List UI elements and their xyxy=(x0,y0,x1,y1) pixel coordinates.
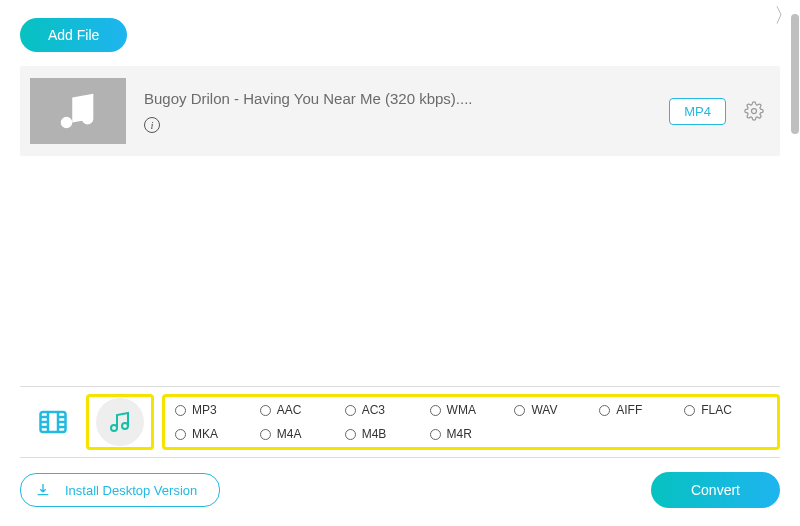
format-option[interactable]: MP3 xyxy=(175,403,258,417)
audio-mode-button[interactable] xyxy=(86,394,154,450)
format-option[interactable]: AC3 xyxy=(345,403,428,417)
audio-formats-panel: MP3 AAC AC3 WMA WAV AIFF FLAC MKA M4A M4… xyxy=(162,394,780,450)
svg-point-0 xyxy=(752,109,757,114)
format-option[interactable]: M4R xyxy=(430,427,513,441)
format-button[interactable]: MP4 xyxy=(669,98,726,125)
format-option[interactable]: MKA xyxy=(175,427,258,441)
music-icon xyxy=(55,88,101,134)
svg-point-10 xyxy=(111,425,117,431)
settings-button[interactable] xyxy=(744,101,764,121)
format-option[interactable]: AAC xyxy=(260,403,343,417)
scrollbar[interactable] xyxy=(790,14,800,526)
svg-point-11 xyxy=(122,423,128,429)
file-thumbnail xyxy=(30,78,126,144)
format-option[interactable]: FLAC xyxy=(684,403,767,417)
add-file-button[interactable]: Add File xyxy=(20,18,127,52)
convert-button[interactable]: Convert xyxy=(651,472,780,508)
format-option[interactable]: WAV xyxy=(514,403,597,417)
scrollbar-thumb[interactable] xyxy=(791,14,799,134)
file-row: Bugoy Drilon - Having You Near Me (320 k… xyxy=(20,66,780,156)
video-mode-button[interactable] xyxy=(20,397,86,447)
audio-icon xyxy=(108,410,132,434)
format-option[interactable]: M4B xyxy=(345,427,428,441)
file-title: Bugoy Drilon - Having You Near Me (320 k… xyxy=(144,90,651,107)
info-icon[interactable]: i xyxy=(144,117,160,133)
install-desktop-button[interactable]: Install Desktop Version xyxy=(20,473,220,507)
format-option[interactable]: AIFF xyxy=(599,403,682,417)
format-option[interactable]: WMA xyxy=(430,403,513,417)
download-icon xyxy=(35,482,51,498)
gear-icon xyxy=(744,101,764,121)
video-icon xyxy=(38,407,68,437)
format-option[interactable]: M4A xyxy=(260,427,343,441)
format-selector-bar: MP3 AAC AC3 WMA WAV AIFF FLAC MKA M4A M4… xyxy=(20,386,780,458)
